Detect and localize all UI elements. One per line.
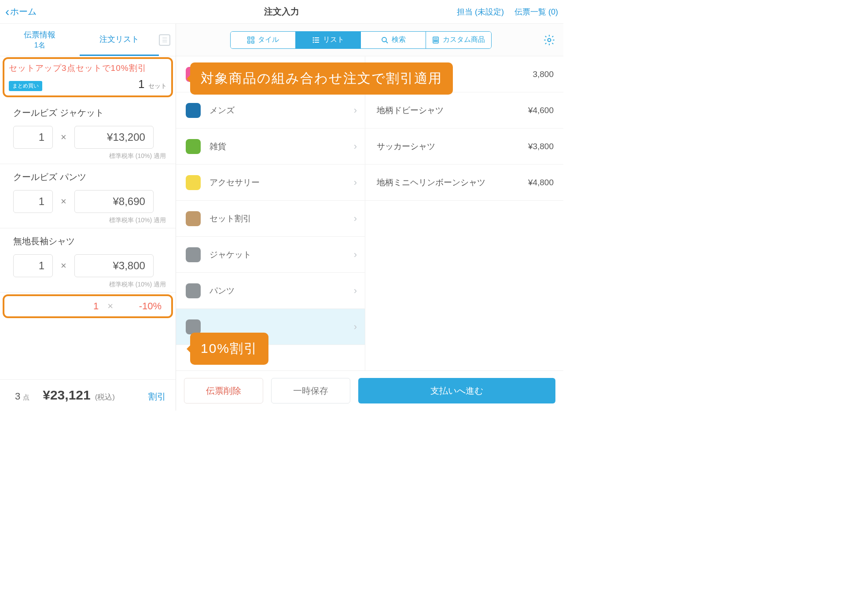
discount-button[interactable]: 割引 xyxy=(148,391,166,403)
times-icon: × xyxy=(61,260,66,271)
header-bar: ‹ ホーム 注文入力 担当 (未設定) 伝票一覧 (0) xyxy=(0,0,563,24)
svg-point-4 xyxy=(312,37,314,38)
svg-rect-7 xyxy=(315,40,319,40)
product-row[interactable]: 地柄ドビーシャツ ¥4,600 xyxy=(365,92,563,128)
color-chip xyxy=(186,211,201,226)
svg-line-11 xyxy=(386,41,388,43)
right-toolbar: タイル リスト 検索 xyxy=(176,24,563,56)
category-row[interactable]: ジャケット › xyxy=(176,237,365,273)
delete-slip-button[interactable]: 伝票削除 xyxy=(184,378,263,403)
svg-point-10 xyxy=(382,37,386,42)
back-label: ホーム xyxy=(10,6,37,18)
bulk-badge: まとめ買い xyxy=(9,81,42,91)
tile-icon xyxy=(247,37,254,44)
svg-rect-0 xyxy=(248,37,250,39)
svg-rect-9 xyxy=(315,42,319,43)
svg-point-19 xyxy=(437,41,437,42)
qty-input[interactable]: 1 xyxy=(13,254,53,277)
tab-slip-info[interactable]: 伝票情報 1名 xyxy=(0,29,80,50)
category-row[interactable]: メンズ › xyxy=(176,92,365,128)
bundle-discount-box[interactable]: セットアップ3点セットで10%割引 まとめ買い 1 セット xyxy=(3,57,173,97)
svg-rect-3 xyxy=(252,41,254,43)
slip-list-link[interactable]: 伝票一覧 (0) xyxy=(514,7,558,17)
list-icon xyxy=(312,37,320,44)
product-price: ¥4,600 xyxy=(528,106,554,115)
tax-note: 標準税率 (10%) 適用 xyxy=(13,281,166,289)
chevron-right-icon: › xyxy=(354,249,357,260)
back-button[interactable]: ‹ ホーム xyxy=(5,5,37,19)
order-item[interactable]: 無地長袖シャツ 1 × ¥3,800 標準税率 (10%) 適用 xyxy=(0,228,176,293)
product-name: サッカーシャツ xyxy=(377,141,435,152)
seg-search[interactable]: 検索 xyxy=(361,32,426,48)
tab-slip-info-label: 伝票情報 xyxy=(24,30,55,39)
chevron-right-icon: › xyxy=(354,321,357,333)
svg-rect-5 xyxy=(315,37,319,38)
seg-custom[interactable]: カスタム商品 xyxy=(426,32,491,48)
header-actions: 担当 (未設定) 伝票一覧 (0) xyxy=(457,7,558,17)
left-footer: 3 点 ¥23,121 (税込) 割引 xyxy=(0,379,176,411)
svg-point-17 xyxy=(434,41,435,42)
tab-order-list[interactable]: 注文リスト xyxy=(80,24,159,56)
price-input[interactable]: ¥3,800 xyxy=(74,254,154,277)
category-row[interactable]: 雑貨 › xyxy=(176,128,365,165)
annotation-text: 対象商品の組み合わせ注文で割引適用 xyxy=(201,70,442,88)
svg-rect-2 xyxy=(248,41,250,43)
seg-search-label: 検索 xyxy=(392,35,406,44)
category-label: ジャケット xyxy=(209,249,345,260)
category-row[interactable]: パンツ › xyxy=(176,273,365,309)
times-icon: × xyxy=(61,196,66,207)
right-footer: 伝票削除 一時保存 支払いへ進む xyxy=(176,370,563,411)
product-column: 3,800 地柄ドビーシャツ ¥4,600 サッカーシャツ ¥3,800 地柄ミ… xyxy=(365,56,563,370)
category-label: メンズ xyxy=(209,105,345,116)
proceed-payment-button[interactable]: 支払いへ進む xyxy=(358,378,555,403)
temp-save-button[interactable]: 一時保存 xyxy=(271,378,350,403)
category-row[interactable]: セット割引 › xyxy=(176,201,365,237)
product-row[interactable]: サッカーシャツ ¥3,800 xyxy=(365,128,563,165)
gear-icon[interactable] xyxy=(543,34,555,46)
total-amount: ¥23,121 xyxy=(43,388,90,403)
svg-point-14 xyxy=(434,40,435,40)
price-input[interactable]: ¥13,200 xyxy=(74,126,154,149)
seg-list-label: リスト xyxy=(323,35,344,44)
annotation-callout-1: 対象商品の組み合わせ注文で割引適用 xyxy=(190,62,453,95)
seg-tile[interactable]: タイル xyxy=(231,32,296,48)
category-row[interactable]: アクセサリー › xyxy=(176,165,365,201)
svg-point-18 xyxy=(435,41,436,42)
product-row[interactable]: 地柄ミニヘリンボーンシャツ ¥4,800 xyxy=(365,165,563,201)
category-label: セット割引 xyxy=(209,213,345,224)
product-price: 3,800 xyxy=(533,70,554,79)
svg-point-15 xyxy=(435,40,436,40)
chevron-right-icon: › xyxy=(354,105,357,116)
left-panel: 伝票情報 1名 注文リスト ☰ セットアップ3点セットで10%割引 まとめ買い … xyxy=(0,24,176,411)
receipt-icon[interactable]: ☰ xyxy=(159,34,170,46)
color-chip xyxy=(186,247,201,262)
order-item[interactable]: クールビズ パンツ 1 × ¥8,690 標準税率 (10%) 適用 xyxy=(0,164,176,228)
tab-order-list-label: 注文リスト xyxy=(99,34,139,44)
qty-input[interactable]: 1 xyxy=(13,190,53,213)
product-price: ¥3,800 xyxy=(528,142,554,151)
tab-slip-info-sub: 1名 xyxy=(0,41,80,50)
qty-input[interactable]: 1 xyxy=(13,126,53,149)
tax-included-label: (税込) xyxy=(95,392,115,402)
tax-note: 標準税率 (10%) 適用 xyxy=(13,152,166,160)
tax-note: 標準税率 (10%) 適用 xyxy=(13,216,166,224)
product-name: 地柄ドビーシャツ xyxy=(377,105,444,116)
item-name: 無地長袖シャツ xyxy=(13,235,166,247)
item-name: クールビズ パンツ xyxy=(13,171,166,183)
search-icon xyxy=(381,37,388,44)
page-title: 注文入力 xyxy=(264,6,299,18)
price-input[interactable]: ¥8,690 xyxy=(74,190,154,213)
assigned-link[interactable]: 担当 (未設定) xyxy=(457,7,504,17)
category-column: 婦人 › メンズ › 雑貨 › アクセサリー › xyxy=(176,56,365,370)
calculator-icon xyxy=(432,37,439,44)
bundle-count: 1 xyxy=(138,77,144,91)
seg-list[interactable]: リスト xyxy=(296,32,361,48)
svg-point-20 xyxy=(548,38,551,41)
chevron-right-icon: › xyxy=(354,177,357,188)
chevron-left-icon: ‹ xyxy=(5,5,9,19)
discount-line[interactable]: 1 × -10% xyxy=(3,294,173,318)
color-chip xyxy=(186,175,201,190)
discount-qty: 1 xyxy=(85,301,99,312)
color-chip xyxy=(186,283,201,298)
order-item[interactable]: クールビズ ジャケット 1 × ¥13,200 標準税率 (10%) 適用 xyxy=(0,100,176,164)
